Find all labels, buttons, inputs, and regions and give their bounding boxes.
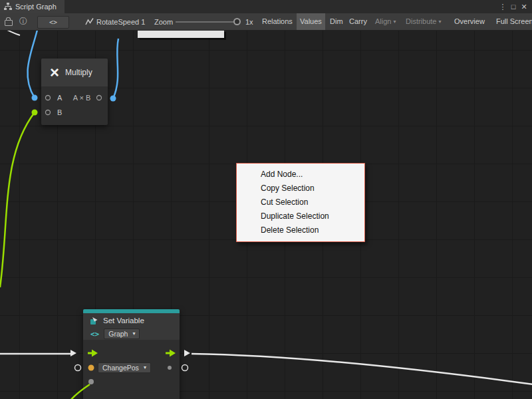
tab-script-graph[interactable]: Script Graph xyxy=(0,0,65,13)
menu-item-copy-selection[interactable]: Copy Selection xyxy=(237,182,364,196)
graph-name[interactable]: RotateSpeed 1 xyxy=(96,13,145,30)
align-button[interactable]: Align ▾ xyxy=(372,13,399,30)
zoom-slider-knob[interactable] xyxy=(233,18,241,25)
menu-item-duplicate-selection[interactable]: Duplicate Selection xyxy=(237,209,364,223)
script-graph-icon xyxy=(4,3,12,11)
set-variable-icon xyxy=(90,317,98,325)
set-variable-title: Set Variable xyxy=(103,317,144,325)
relations-button[interactable]: Relations xyxy=(259,13,296,30)
chevron-down-icon: ▾ xyxy=(132,329,135,338)
info-icon[interactable]: ⓘ xyxy=(19,13,27,30)
multiply-row-b: B xyxy=(41,105,108,120)
menu-item-cut-selection[interactable]: Cut Selection xyxy=(237,196,364,209)
set-variable-header[interactable]: Set Variable xyxy=(83,313,180,328)
node-multiply[interactable]: × Multiply A A × B B xyxy=(41,59,108,125)
values-button[interactable]: Values xyxy=(297,13,325,30)
chevron-down-icon: ▾ xyxy=(393,13,396,30)
context-menu: Add Node... Copy Selection Cut Selection… xyxy=(236,163,365,242)
multiply-header[interactable]: × Multiply xyxy=(41,59,108,86)
window-controls: ⋮ □ ✕ xyxy=(497,3,532,11)
set-variable-body: ChangePos ▾ xyxy=(83,340,180,399)
variable-name-dropdown[interactable]: ChangePos ▾ xyxy=(98,362,151,373)
zoom-slider-track[interactable] xyxy=(176,21,237,23)
graph-curve-icon xyxy=(85,13,94,30)
menu-item-delete-selection[interactable]: Delete Selection xyxy=(237,223,364,237)
window-menu-icon[interactable]: ⋮ xyxy=(497,3,508,11)
scope-dropdown-label: Graph xyxy=(108,329,128,338)
tab-title: Script Graph xyxy=(15,3,57,11)
distribute-label: Distribute xyxy=(406,13,436,30)
multiply-body: A A × B B xyxy=(41,86,108,125)
overview-button[interactable]: Overview xyxy=(451,13,488,30)
multiply-title: Multiply xyxy=(65,68,92,77)
node-set-variable[interactable]: Set Variable <> Graph ▾ ChangePos ▾ xyxy=(83,309,180,399)
lock-icon[interactable] xyxy=(5,13,13,30)
close-icon[interactable]: ✕ xyxy=(519,3,529,11)
align-label: Align xyxy=(375,13,391,30)
edit-graph-icon[interactable]: <> xyxy=(37,16,69,29)
multiply-row-a: A A × B xyxy=(41,90,108,105)
chevron-down-icon: ▾ xyxy=(144,363,146,372)
zoom-label: Zoom xyxy=(154,13,173,30)
partial-node-top[interactable] xyxy=(138,30,224,38)
multiply-icon: × xyxy=(50,65,59,80)
zoom-value: 1x xyxy=(245,13,253,30)
variable-name-label: ChangePos xyxy=(102,363,139,372)
full-screen-button[interactable]: Full Screen xyxy=(493,13,532,30)
scope-dropdown[interactable]: Graph ▾ xyxy=(104,329,140,339)
port-label-out: A × B xyxy=(66,90,97,105)
menu-item-add-node[interactable]: Add Node... xyxy=(237,168,364,182)
maximize-icon[interactable]: □ xyxy=(508,3,519,11)
dim-button[interactable]: Dim xyxy=(327,13,346,30)
distribute-button[interactable]: Distribute ▾ xyxy=(402,13,444,30)
set-variable-scope-row: <> Graph ▾ xyxy=(83,328,180,340)
graph-toolbar: ⓘ <> RotateSpeed 1 Zoom 1x Relations Val… xyxy=(0,13,532,31)
chevron-down-icon: ▾ xyxy=(438,13,441,30)
port-label-a: A xyxy=(57,94,62,102)
window-titlebar: Script Graph ⋮ □ ✕ xyxy=(0,0,532,13)
carry-button[interactable]: Carry xyxy=(346,13,370,30)
variable-kind-icon: <> xyxy=(90,330,99,338)
port-label-b: B xyxy=(57,108,62,116)
